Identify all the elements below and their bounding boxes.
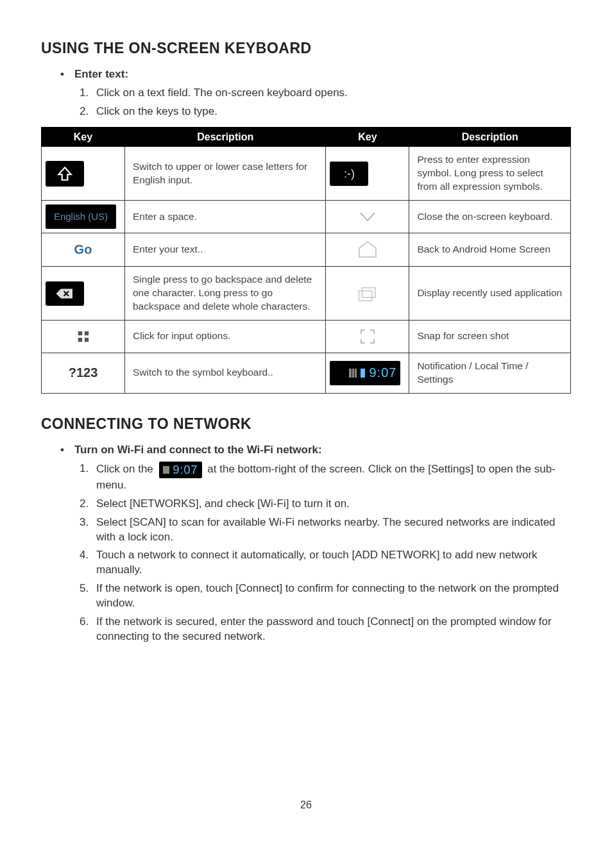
svg-rect-2 xyxy=(78,331,81,335)
signal-bars-icon xyxy=(349,369,357,378)
wifi-step-4: 4.Touch a network to connect it automati… xyxy=(80,548,571,578)
desc-recent: Display recently used application xyxy=(409,267,571,321)
wifi-block: Turn on Wi-Fi and connect to the Wi-Fi n… xyxy=(60,443,571,644)
svg-rect-5 xyxy=(84,338,88,342)
svg-rect-3 xyxy=(84,331,88,335)
status-bar-icon: 9:07 xyxy=(330,361,400,385)
th-desc-2: Description xyxy=(409,127,571,147)
wifi-step-1-pre: Click on the xyxy=(96,463,153,475)
step-2: 2.Click on the keys to type. xyxy=(80,104,571,119)
keys-table: Key Description Key Description Switch t… xyxy=(41,127,571,394)
wifi-step-5: 5.If the network is open, touch [Connect… xyxy=(80,581,571,611)
close-keyboard-icon xyxy=(348,204,387,229)
wifi-step-1: 1. Click on the 9:07 at the bottom-right… xyxy=(80,462,571,493)
battery-icon xyxy=(361,369,365,378)
wifi-step-2-text: Select [NETWORKS], and check [Wi-Fi] to … xyxy=(96,497,350,510)
section-heading-network: CONNECTING TO NETWORK xyxy=(41,414,571,434)
enter-text-block: Enter text: 1.Click on a text field. The… xyxy=(60,67,571,119)
desc-space: Enter a space. xyxy=(125,201,326,233)
screenshot-icon xyxy=(348,324,387,349)
desc-smiley: Press to enter expression symbol. Long p… xyxy=(409,147,571,201)
input-options-icon xyxy=(64,324,103,349)
wifi-step-3-text: Select [SCAN] to scan for available Wi-F… xyxy=(96,516,556,543)
wifi-steps: 1. Click on the 9:07 at the bottom-right… xyxy=(80,462,571,644)
th-desc-1: Description xyxy=(125,127,326,147)
step-2-text: Click on the keys to type. xyxy=(96,105,217,117)
svg-rect-0 xyxy=(359,290,371,300)
page-number: 26 xyxy=(41,798,571,812)
desc-go: Enter your text.. xyxy=(125,233,326,267)
symbol-keyboard-icon: ?123 xyxy=(64,361,103,385)
status-time: 9:07 xyxy=(369,364,396,381)
table-row: Go Enter your text.. Back to Android Hom… xyxy=(42,233,571,267)
desc-backspace: Single press to go backspace and delete … xyxy=(125,267,326,321)
wifi-step-4-text: Touch a network to connect it automatica… xyxy=(96,549,538,576)
shift-key-icon xyxy=(46,161,84,187)
table-row: ?123 Switch to the symbol keyboard.. 9:0… xyxy=(42,353,571,393)
wifi-title: Turn on Wi-Fi and connect to the Wi-Fi n… xyxy=(60,443,571,458)
wifi-step-5-text: If the network is open, touch [Connect] … xyxy=(96,582,559,609)
step-1: 1.Click on a text field. The on-screen k… xyxy=(80,86,571,101)
enter-text-steps: 1.Click on a text field. The on-screen k… xyxy=(80,86,571,119)
inline-status-bar-icon: 9:07 xyxy=(159,462,202,478)
desc-symbol-kbd: Switch to the symbol keyboard.. xyxy=(125,353,326,393)
th-key-1: Key xyxy=(42,127,125,147)
table-row: Switch to upper or lower case letters fo… xyxy=(42,147,571,201)
enter-text-title: Enter text: xyxy=(60,67,571,82)
wifi-step-6: 6.If the network is secured, enter the p… xyxy=(80,615,571,644)
table-row: Single press to go backspace and delete … xyxy=(42,267,571,321)
home-icon xyxy=(348,237,387,262)
section-heading-keyboard: USING THE ON-SCREEN KEYBOARD xyxy=(41,38,571,58)
wifi-step-2: 2.Select [NETWORKS], and check [Wi-Fi] t… xyxy=(80,497,571,512)
svg-rect-4 xyxy=(78,338,81,342)
recent-apps-icon xyxy=(348,281,387,306)
go-key-icon: Go xyxy=(64,238,103,262)
th-key-2: Key xyxy=(326,127,409,147)
table-row: Click for input options. Snap for screen… xyxy=(42,320,571,353)
step-1-text: Click on a text field. The on-screen key… xyxy=(96,87,348,99)
inline-time: 9:07 xyxy=(173,462,198,478)
backspace-key-icon xyxy=(46,281,84,306)
svg-rect-1 xyxy=(362,287,375,297)
desc-status-bar: Notification / Local Time / Settings xyxy=(409,353,571,393)
desc-input-options: Click for input options. xyxy=(125,320,326,353)
space-key-icon: English (US) xyxy=(46,204,116,229)
desc-home: Back to Android Home Screen xyxy=(409,233,571,267)
desc-close-kbd: Close the on-screen keyboard. xyxy=(409,201,571,233)
smiley-key-icon: :-) xyxy=(330,162,368,186)
wifi-step-3: 3.Select [SCAN] to scan for available Wi… xyxy=(80,515,571,545)
wifi-step-6-text: If the network is secured, enter the pas… xyxy=(96,615,552,642)
desc-shift: Switch to upper or lower case letters fo… xyxy=(125,147,326,201)
table-row: English (US) Enter a space. Close the on… xyxy=(42,201,571,233)
inline-signal-icon xyxy=(163,466,169,474)
desc-screenshot: Snap for screen shot xyxy=(409,320,571,353)
